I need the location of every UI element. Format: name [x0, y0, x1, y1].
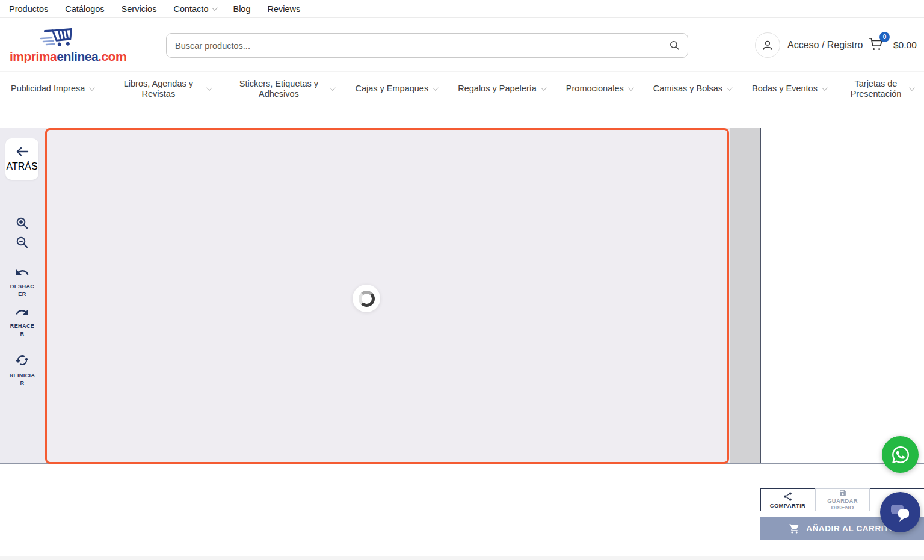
cart-count-badge: 0: [879, 32, 890, 42]
whatsapp-icon: [891, 445, 910, 464]
undo-button[interactable]: DESHACER: [0, 266, 45, 298]
reset-icon: [15, 353, 29, 368]
chat-bubbles-icon: [890, 503, 911, 522]
editor-toolbar: ATRÁS DESHACER: [0, 128, 45, 463]
topnav-reviews[interactable]: Reviews: [268, 4, 301, 14]
zoom-out-button[interactable]: [0, 235, 45, 252]
topnav-catalogos[interactable]: Catálogos: [65, 4, 104, 14]
undo-icon: [14, 266, 30, 278]
reset-label: REINICIAR: [8, 372, 36, 387]
chevron-down-icon: [822, 85, 828, 91]
cart-total: $0.00: [893, 40, 917, 51]
zoom-out-icon: [15, 235, 29, 250]
chevron-down-icon: [206, 85, 212, 91]
back-button[interactable]: ATRÁS: [5, 138, 38, 180]
save-design-label: GUARDAR DISEÑO: [816, 497, 869, 511]
search-input[interactable]: [167, 41, 661, 51]
menu-label: Stickers, Etiquetas y Adhesivos: [232, 79, 325, 99]
menu-label: Tarjetas de Presentación: [847, 79, 905, 99]
share-label: COMPARTIR: [770, 502, 806, 509]
header: imprimaenlinea.com Acceso / Registro: [0, 18, 924, 71]
menu-promocionales[interactable]: Promocionales: [566, 84, 632, 94]
account-login[interactable]: Acceso / Registro: [755, 32, 863, 58]
logo-imprima: imprima: [10, 49, 57, 63]
avatar: [755, 32, 780, 58]
undo-label: DESHACER: [8, 283, 36, 298]
arrow-left-icon: [15, 146, 29, 157]
loading-spinner: [353, 285, 380, 312]
add-to-cart-label: AÑADIR AL CARRITO: [806, 524, 896, 533]
whatsapp-button[interactable]: [882, 436, 919, 473]
add-cart-icon: [789, 523, 800, 534]
chevron-down-icon: [330, 85, 336, 91]
options-panel: [760, 128, 924, 463]
menu-regalos-papeleria[interactable]: Regalos y Papelería: [458, 84, 545, 94]
menu-label: Regalos y Papelería: [458, 84, 537, 94]
redo-button[interactable]: REHACER: [0, 306, 45, 337]
menu-stickers-etiquetas[interactable]: Stickers, Etiquetas y Adhesivos: [232, 79, 334, 99]
account-label: Acceso / Registro: [787, 40, 863, 51]
zoom-in-icon: [15, 216, 29, 230]
topnav-contacto[interactable]: Contacto: [173, 4, 216, 14]
menu-cajas-empaques[interactable]: Cajas y Empaques: [355, 84, 437, 94]
topnav-productos[interactable]: Productos: [9, 4, 48, 14]
search-icon: [669, 40, 680, 51]
mini-cart[interactable]: 0 $0.00: [868, 36, 917, 54]
design-editor: ATRÁS DESHACER: [0, 128, 924, 464]
share-button[interactable]: COMPARTIR: [760, 488, 815, 511]
spinner-ring: [359, 291, 375, 307]
site-logo[interactable]: imprimaenlinea.com: [10, 23, 112, 66]
user-icon: [761, 38, 774, 52]
back-label: ATRÁS: [6, 161, 37, 172]
save-design-button[interactable]: GUARDAR DISEÑO: [815, 488, 870, 511]
design-canvas[interactable]: [45, 128, 729, 464]
category-menu: Publicidad Impresa Libros, Agendas y Rev…: [0, 71, 924, 106]
menu-bodas-eventos[interactable]: Bodas y Eventos: [752, 84, 826, 94]
topnav-blog[interactable]: Blog: [233, 4, 250, 14]
save-icon: [838, 489, 848, 497]
topnav-contacto-label: Contacto: [173, 4, 208, 14]
redo-icon: [14, 306, 30, 318]
chevron-down-icon: [212, 5, 218, 11]
menu-camisas-bolsas[interactable]: Camisas y Bolsas: [653, 84, 731, 94]
menu-label: Camisas y Bolsas: [653, 84, 722, 94]
chevron-down-icon: [909, 85, 915, 91]
live-chat-button[interactable]: [880, 492, 920, 532]
redo-label: REHACER: [8, 322, 36, 337]
top-nav: Productos Catálogos Servicios Contacto B…: [0, 0, 924, 18]
menu-tarjetas-presentacion[interactable]: Tarjetas de Presentación: [847, 79, 913, 99]
logo-text: imprimaenlinea.com: [10, 49, 126, 64]
footer-strip: [0, 556, 924, 560]
chevron-down-icon: [727, 85, 733, 91]
menu-label: Bodas y Eventos: [752, 84, 818, 94]
chevron-down-icon: [628, 85, 634, 91]
menu-label: Promocionales: [566, 84, 624, 94]
share-icon: [783, 491, 793, 502]
logo-cart-icon: [37, 24, 84, 52]
menu-label: Publicidad Impresa: [11, 84, 85, 94]
menu-publicidad-impresa[interactable]: Publicidad Impresa: [11, 84, 93, 94]
page: Productos Catálogos Servicios Contacto B…: [0, 0, 924, 560]
canvas-gutter: [730, 128, 760, 463]
chevron-down-icon: [541, 85, 547, 91]
chevron-down-icon: [89, 85, 95, 91]
search-bar: [166, 33, 688, 58]
menu-libros-agendas-revistas[interactable]: Libros, Agendas y Revistas: [114, 79, 211, 99]
logo-enlinea: enlinea: [57, 49, 98, 63]
menu-label: Libros, Agendas y Revistas: [114, 79, 202, 99]
logo-dotcom: .com: [98, 49, 126, 63]
search-button[interactable]: [661, 34, 688, 57]
chevron-down-icon: [433, 85, 439, 91]
zoom-in-button[interactable]: [0, 216, 45, 233]
topnav-servicios[interactable]: Servicios: [122, 4, 157, 14]
menu-label: Cajas y Empaques: [355, 84, 428, 94]
reset-button[interactable]: REINICIAR: [0, 353, 45, 387]
